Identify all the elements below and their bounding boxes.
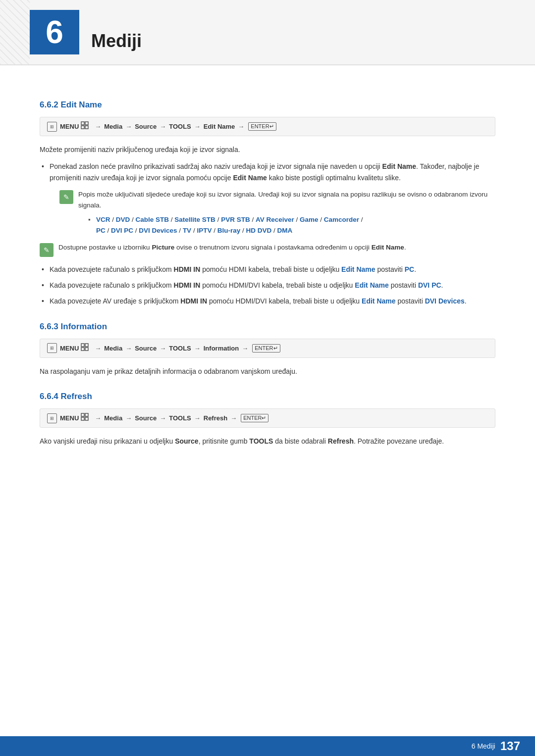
- svg-rect-2: [81, 126, 84, 129]
- menu-path-663: ⊞ MENU → Media → Source → TOOLS → Inform…: [40, 339, 495, 358]
- note-icon-2: [40, 243, 54, 257]
- footer-page: 137: [500, 739, 520, 753]
- main-content: 6.6.2 Edit Name ⊞ MENU → Media → Source …: [0, 80, 535, 483]
- arrow4: →: [194, 123, 201, 130]
- avreceiver-label: AV Receiver: [256, 216, 294, 223]
- menu-path-662: ⊞ MENU → Media → Source → TOOLS → Edit N…: [40, 117, 495, 136]
- tv-label: TV: [183, 227, 191, 234]
- enter-icon-664: ENTER↵: [241, 414, 268, 422]
- grid-icon-663: [81, 343, 90, 353]
- section-664-intro: Ako vanjski uređaji nisu prikazani u odj…: [40, 436, 495, 447]
- source-label: Source: [135, 123, 157, 130]
- svg-rect-10: [81, 417, 84, 420]
- camcorder-label: Camcorder: [324, 216, 359, 223]
- note-icon-1: [59, 190, 73, 204]
- chapter-header: 6 Mediji: [0, 0, 535, 65]
- section-663-intro: Na raspolaganju vam je prikaz detaljnih …: [40, 366, 495, 377]
- svg-rect-4: [81, 344, 84, 347]
- svg-rect-7: [85, 348, 88, 351]
- svg-rect-5: [85, 344, 88, 347]
- menu-menu-label-663: MENU: [60, 345, 79, 352]
- svg-rect-1: [85, 122, 88, 125]
- editname-label: Edit Name: [204, 123, 235, 130]
- svg-rect-11: [85, 417, 88, 420]
- section-662-heading: 6.6.2 Edit Name: [40, 100, 495, 110]
- svg-rect-9: [85, 413, 88, 416]
- note-content-1: Popis može uključivati sljedeće uređaje …: [78, 189, 495, 236]
- svg-rect-0: [81, 122, 84, 125]
- bullet-1-text: Ponekad zaslon neće pravilno prikazivati…: [50, 162, 479, 181]
- note-text-2: Dostupne postavke u izborniku Picture ov…: [58, 244, 406, 251]
- footer: 6 Mediji 137: [0, 736, 535, 756]
- menu-remote-icon: ⊞: [47, 122, 57, 132]
- section-663-heading: 6.6.3 Information: [40, 322, 495, 332]
- menu-remote-icon-664: ⊞: [47, 413, 57, 423]
- note-content-2: Dostupne postavke u izborniku Picture ov…: [58, 242, 495, 253]
- section-664-heading: 6.6.4 Refresh: [40, 392, 495, 402]
- chapter-number: 6: [30, 10, 79, 54]
- svg-rect-6: [81, 348, 84, 351]
- note-box-standalone: Dostupne postavke u izborniku Picture ov…: [40, 242, 495, 257]
- arrow-663-1: →: [95, 345, 101, 352]
- arrow3: →: [160, 123, 166, 130]
- extra-bullet-3: Kada povezujete AV uređaje s priključkom…: [40, 296, 495, 306]
- menu-remote-icon-663: ⊞: [47, 343, 57, 353]
- bullet-1: Ponekad zaslon neće pravilno prikazivati…: [40, 161, 495, 236]
- section-662-bullets: Ponekad zaslon neće pravilno prikazivati…: [40, 161, 495, 236]
- grid-icon: [81, 121, 90, 132]
- game-label: Game: [300, 216, 319, 223]
- note-text-1: Popis može uključivati sljedeće uređaje …: [78, 191, 487, 209]
- menu-path-664: ⊞ MENU → Media → Source → TOOLS → Refres…: [40, 408, 495, 428]
- cablestb-label: Cable STB: [136, 216, 169, 223]
- dvidevices-label: DVI Devices: [139, 227, 177, 234]
- extra-bullet-2: Kada povezujete računalo s priključkom H…: [40, 280, 495, 291]
- satellitestb-label: Satellite STB: [174, 216, 215, 223]
- extra-bullets: Kada povezujete računalo s priključkom H…: [40, 264, 495, 307]
- section-663: 6.6.3 Information ⊞ MENU → Media → Sourc…: [40, 322, 495, 377]
- arrow2: →: [125, 123, 132, 130]
- dma-label: DMA: [277, 227, 293, 234]
- sub-bullet-list: VCR / DVD / Cable STB / Satellite STB / …: [78, 214, 495, 236]
- enter-icon-663: ENTER↵: [252, 344, 280, 353]
- section-662-intro: Možete promijeniti naziv priključenog ur…: [40, 144, 495, 155]
- header-pattern: [0, 0, 30, 64]
- grid-icon-664: [81, 413, 90, 423]
- tools-label: TOOLS: [169, 123, 191, 130]
- arrow5: →: [238, 123, 244, 130]
- menu-menu-label: MENU: [60, 123, 79, 130]
- extra-bullet-1: Kada povezujete računalo s priključkom H…: [40, 264, 495, 275]
- footer-label: 6 Mediji: [472, 742, 495, 750]
- dvd-label: DVD: [116, 216, 130, 223]
- pvrstb-label: PVR STB: [221, 216, 250, 223]
- sub-bullet-item: VCR / DVD / Cable STB / Satellite STB / …: [88, 214, 495, 236]
- vcr-label: VCR: [96, 216, 110, 223]
- chapter-title: Mediji: [91, 31, 142, 51]
- iptv-label: IPTV: [197, 227, 212, 234]
- hddvd-label: HD DVD: [246, 227, 271, 234]
- bluray-label: Blu-ray: [217, 227, 241, 234]
- svg-rect-8: [81, 413, 84, 416]
- dvipc-label: DVI PC: [111, 227, 133, 234]
- section-662: 6.6.2 Edit Name ⊞ MENU → Media → Source …: [40, 100, 495, 307]
- media-label: Media: [104, 123, 122, 130]
- pc-label: PC: [96, 227, 106, 234]
- section-664: 6.6.4 Refresh ⊞ MENU → Media → Source → …: [40, 392, 495, 447]
- menu-menu-label-664: MENU: [60, 414, 79, 422]
- note-box-1: Popis može uključivati sljedeće uređaje …: [59, 189, 495, 236]
- svg-rect-3: [85, 126, 88, 129]
- enter-icon: ENTER↵: [248, 122, 276, 131]
- arrow1: →: [95, 123, 101, 130]
